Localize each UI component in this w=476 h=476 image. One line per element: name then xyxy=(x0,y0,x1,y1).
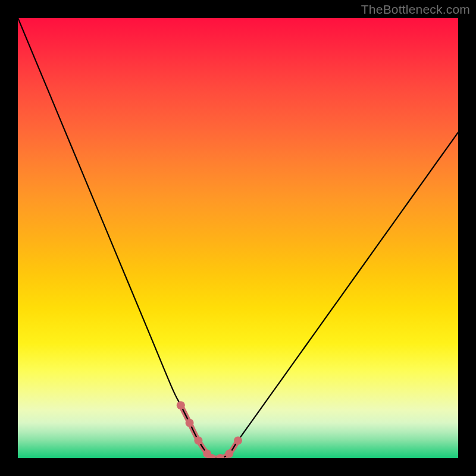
attribution-watermark: TheBottleneck.com xyxy=(361,2,470,17)
highlight-dot xyxy=(177,401,185,409)
highlight-dot xyxy=(186,419,194,427)
highlight-dot xyxy=(234,436,242,444)
highlight-dot xyxy=(225,450,233,458)
plot-area xyxy=(18,18,458,458)
highlight-dot xyxy=(194,436,202,444)
chart-container: TheBottleneck.com xyxy=(0,0,476,476)
bottleneck-curve xyxy=(18,18,458,458)
chart-svg xyxy=(18,18,458,458)
